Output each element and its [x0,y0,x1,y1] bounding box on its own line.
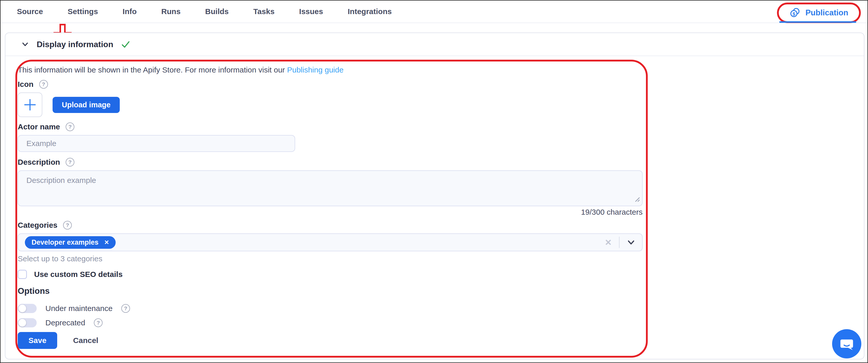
select-controls: ✕ [604,237,636,248]
seo-checkbox-row: Use custom SEO details [18,269,848,279]
tab-bar: Source Settings Info Runs Builds Tasks I… [1,1,867,23]
tab-builds[interactable]: Builds [205,7,229,16]
chevron-down-icon[interactable] [21,40,30,49]
tab-info[interactable]: Info [123,7,137,16]
character-counter: 19/300 characters [18,208,643,217]
toggle-knob [19,305,26,312]
tab-tasks[interactable]: Tasks [253,7,275,16]
actor-name-label-text: Actor name [18,123,60,131]
save-button[interactable]: Save [18,332,57,349]
chat-launcher-button[interactable] [832,329,861,358]
description-label-text: Description [18,158,60,166]
toggle-knob [19,319,26,327]
tab-issues[interactable]: Issues [299,7,323,16]
publication-panel: Display information This information wil… [5,33,864,359]
under-maintenance-row: Under maintenance ? [18,303,848,314]
clear-selection-icon[interactable]: ✕ [604,237,612,248]
seo-checkbox-label[interactable]: Use custom SEO details [34,270,123,279]
deprecated-row: Deprecated ? [18,318,848,328]
actor-name-input[interactable] [18,135,295,152]
icon-upload-dropzone[interactable] [18,93,42,117]
tab-publication[interactable]: Publication [805,8,848,18]
cancel-button[interactable]: Cancel [73,336,98,345]
coins-dollar-icon: $ [789,7,800,18]
deprecated-label: Deprecated [45,319,85,327]
category-tag-label: Developer examples [32,238,98,246]
seo-checkbox[interactable] [18,270,27,279]
intro-text: This information will be shown in the Ap… [18,65,848,74]
chevron-down-icon[interactable] [627,238,636,247]
publishing-guide-link[interactable]: Publishing guide [287,66,343,74]
icon-field-label: Icon ? [18,80,848,89]
active-tab-underline [779,21,856,23]
description-field-label: Description ? [18,158,848,167]
display-information-form: This information will be shown in the Ap… [5,56,864,349]
upload-image-button[interactable]: Upload image [53,97,120,113]
description-textarea[interactable] [18,170,643,206]
tag-remove-icon[interactable]: ✕ [104,239,109,246]
icon-label-text: Icon [18,80,34,89]
options-heading: Options [18,286,848,296]
help-icon[interactable]: ? [39,80,48,89]
actor-name-field-label: Actor name ? [18,122,848,131]
under-maintenance-toggle[interactable] [18,304,37,313]
check-icon [121,39,131,50]
categories-label-text: Categories [18,221,57,230]
screenshot-root: Source Settings Info Runs Builds Tasks I… [0,0,868,363]
description-textarea-wrap [18,170,643,206]
divider [619,237,620,248]
category-tag[interactable]: Developer examples ✕ [25,236,116,249]
tab-runs[interactable]: Runs [161,7,181,16]
under-maintenance-label: Under maintenance [45,304,113,313]
icon-upload-row: Upload image [18,93,848,117]
plus-icon [22,97,38,112]
deprecated-toggle[interactable] [18,318,37,327]
intro-text-static: This information will be shown in the Ap… [18,66,285,74]
form-actions: Save Cancel [18,332,848,349]
categories-field-label: Categories ? [18,221,848,230]
section-title: Display information [37,40,113,49]
categories-helper-text: Select up to 3 categories [18,254,848,263]
categories-multiselect[interactable]: Developer examples ✕ ✕ [18,233,643,251]
chat-bubble-icon [839,336,855,352]
tab-settings[interactable]: Settings [68,7,98,16]
help-icon[interactable]: ? [63,221,72,230]
annotation-circle-publication: $ Publication [777,3,861,23]
help-icon[interactable]: ? [94,319,102,327]
help-icon[interactable]: ? [66,123,74,131]
svg-text:$: $ [793,11,796,16]
tab-source[interactable]: Source [17,7,43,16]
help-icon[interactable]: ? [121,304,130,313]
section-header-display-information[interactable]: Display information [5,33,864,56]
tab-integrations[interactable]: Integrations [348,7,392,16]
help-icon[interactable]: ? [66,158,74,166]
